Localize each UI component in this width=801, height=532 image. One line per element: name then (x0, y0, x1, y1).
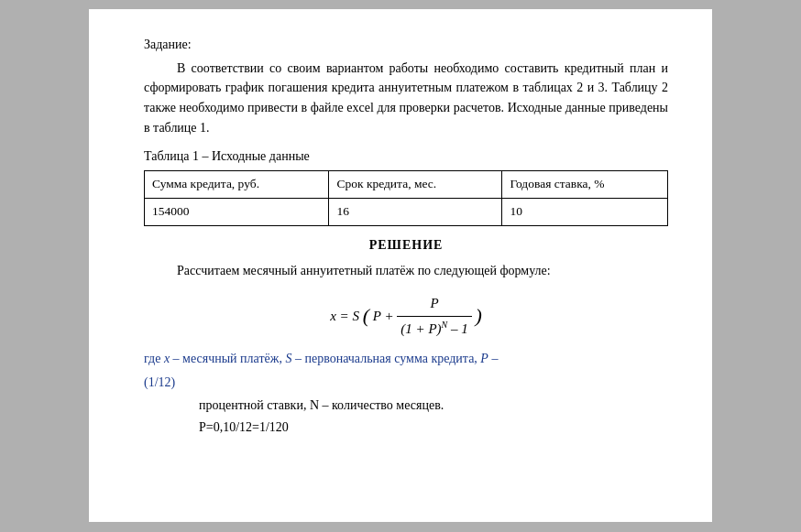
where-paragraph-1: где х – месячный платёж, S – первоначаль… (144, 349, 668, 369)
where-paragraph-3: процентной ставки, N – количество месяце… (144, 396, 668, 416)
fraction-denominator: (1 + P)N – 1 (397, 317, 471, 340)
solution-header: РЕШЕНИЕ (144, 235, 668, 255)
data-table: Сумма кредита, руб. Срок кредита, мес. Г… (144, 170, 668, 226)
col-header-2: Срок кредита, мес. (329, 171, 502, 199)
table-row: 154000 16 10 (145, 199, 668, 226)
col-header-1: Сумма кредита, руб. (145, 171, 329, 199)
where-blue-fraction: (1/12) (144, 375, 175, 389)
where-paragraph-2: (1/12) (144, 373, 668, 393)
col-header-3: Годовая ставка, % (502, 171, 668, 199)
page: Задание: В соответствии со своим вариант… (89, 9, 712, 522)
formula-open-paren: ( (363, 305, 369, 328)
where-text-1: где х – месячный платёж, S – первоначаль… (144, 352, 498, 365)
intro-paragraph: В соответствии со своим вариантом работы… (144, 59, 668, 138)
fraction-numerator: P (397, 293, 471, 316)
cell-rate: 10 (502, 199, 668, 226)
result-line: P=0,10/12=1/120 (144, 418, 668, 438)
solution-paragraph: Рассчитаем месячный аннуитетный платёж п… (144, 261, 668, 281)
cell-term: 16 (329, 199, 502, 226)
formula-P1: P + (373, 306, 394, 327)
formula-block: x = S ( P + P (1 + P)N – 1 ) (144, 293, 668, 340)
formula-close-paren: ) (476, 305, 482, 328)
cell-sum: 154000 (145, 199, 329, 226)
table-title: Таблица 1 – Исходные данные (144, 147, 668, 167)
section-label: Задание: (144, 35, 668, 55)
where-blue-text: где х – месячный платёж, S – первоначаль… (144, 352, 498, 365)
formula-fraction: P (1 + P)N – 1 (397, 293, 471, 340)
formula-x: x = S (330, 306, 359, 327)
